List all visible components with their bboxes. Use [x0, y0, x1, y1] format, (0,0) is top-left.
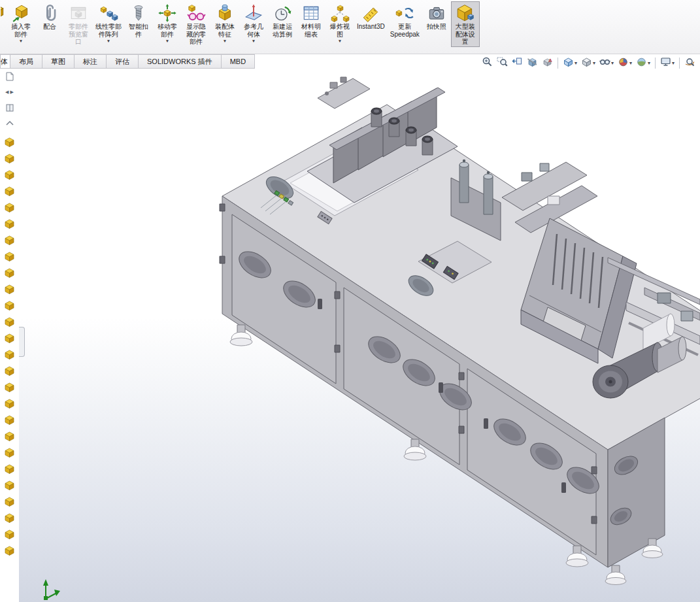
assembly-component-icon[interactable] [4, 431, 15, 442]
apply-scene-button[interactable]: ▾ [635, 56, 652, 71]
assembly-component-icon[interactable] [4, 463, 15, 475]
bill-of-materials-button[interactable]: 材料明细表 [297, 1, 325, 39]
display-style-icon [581, 56, 592, 70]
assembly-component-icon[interactable] [4, 284, 15, 295]
assembly-component-icon[interactable] [4, 137, 15, 148]
move-component-icon [158, 3, 177, 23]
new-motion-study-button[interactable]: 新建运动算例 [268, 1, 297, 39]
button-label: 爆炸视 [330, 23, 350, 31]
assembly-component-icon[interactable] [4, 512, 15, 524]
assembly-component-icon[interactable] [4, 267, 15, 278]
assembly-component-icon[interactable] [4, 218, 15, 229]
dropdown-arrow-icon: ▼ [252, 39, 256, 44]
tab-mbd[interactable]: MBD [222, 54, 255, 69]
assembly-component-icon[interactable] [4, 235, 15, 246]
assembly-component-icon[interactable] [4, 333, 15, 344]
tab-assembly[interactable]: 装配体 [0, 54, 10, 69]
button-label: Speedpak [390, 31, 420, 39]
featuremanager-document-icon[interactable] [0, 69, 19, 84]
command-manager: 插入零部件▼配合零部件预览窗口线性零部件阵列▼智能扣件移动零部件▼显示隐藏的零部… [0, 0, 700, 54]
instant3d-button[interactable]: Instant3D [354, 1, 388, 32]
assembly-component-icon[interactable] [4, 414, 15, 426]
tab-label: 评估 [115, 57, 129, 67]
instant3d-icon [361, 3, 380, 23]
view-orientation-icon [563, 56, 574, 70]
button-label: 预览窗 [69, 31, 88, 39]
assembly-component-icon[interactable] [4, 545, 15, 556]
large-assembly-settings-button[interactable]: 大型装配体设置 [451, 1, 480, 47]
button-label: 智能扣 [129, 23, 148, 31]
tab-layout[interactable]: 布局 [10, 54, 42, 69]
section-view-icon [527, 56, 538, 70]
assembly-component-icon[interactable] [4, 365, 15, 376]
linear-component-pattern-button[interactable]: 线性零部件阵列▼ [93, 1, 124, 45]
zoom-to-fit-button[interactable] [480, 56, 494, 71]
show-hidden-components-button[interactable]: 显示隐藏的零部件 [182, 1, 210, 47]
exploded-view-button[interactable]: 爆炸视图▼ [325, 1, 354, 45]
assembly-component-icon[interactable] [4, 480, 15, 491]
assembly-component-icon[interactable] [4, 300, 15, 311]
button-label: 移动零 [158, 23, 177, 31]
previous-view-button[interactable] [510, 56, 524, 71]
tab-label: 草图 [51, 57, 65, 67]
update-speedpak-button[interactable]: 更新Speedpak [388, 1, 422, 39]
button-label: 何体 [247, 31, 260, 39]
assembly-component-icon[interactable] [4, 251, 15, 262]
assembly-component-icon[interactable] [4, 529, 15, 540]
move-component-button[interactable]: 移动零部件▼ [153, 1, 182, 45]
zoom-to-area-button[interactable] [495, 56, 509, 71]
featuremanager-splitter-handle[interactable] [19, 327, 25, 357]
mate-icon [40, 3, 59, 23]
tab-label: 装配体 [0, 57, 8, 67]
button-label: 配合 [43, 23, 56, 31]
dropdown-arrow-icon: ▼ [107, 39, 110, 44]
tab-evaluate[interactable]: 评估 [107, 54, 139, 69]
assembly-features-button[interactable]: 装配体特征▼ [210, 1, 239, 45]
view-settings-button[interactable]: ▾ [659, 56, 676, 71]
dropdown-arrow-icon: ▾ [648, 60, 650, 66]
assembly-component-icon[interactable] [4, 447, 15, 458]
toolbar-separator [679, 58, 680, 69]
section-view-button[interactable] [525, 56, 539, 71]
assembly-component-icon[interactable] [4, 349, 15, 360]
hide-show-items-button[interactable]: ▾ [598, 56, 615, 71]
toolbar-partial-button[interactable] [0, 1, 7, 24]
assembly-component-icon[interactable] [4, 186, 15, 197]
collapse-chevron-icon[interactable] [0, 116, 19, 131]
button-label: 新建运 [273, 23, 292, 31]
edit-appearance-button[interactable]: ▾ [616, 56, 633, 71]
tab-solidworks-addins[interactable]: SOLIDWORKS 插件 [139, 54, 222, 69]
assembly-component-icon[interactable] [4, 169, 15, 180]
assembly-component-icon[interactable] [4, 382, 15, 393]
assembly-component-icon[interactable] [4, 202, 15, 213]
dynamic-annotation-views-button[interactable]: A [541, 56, 554, 71]
tab-sketch[interactable]: 草图 [42, 54, 75, 69]
display-style-button[interactable]: ▾ [580, 56, 597, 71]
update-speedpak-icon [395, 3, 414, 23]
button-label: 线性零部 [95, 23, 122, 31]
view-orientation-button[interactable]: ▾ [561, 56, 578, 71]
tab-label: 标注 [83, 57, 97, 67]
button-label: 部件 [14, 31, 27, 39]
assembly-component-icon[interactable] [4, 316, 15, 327]
assembly-component-icon[interactable] [4, 398, 15, 409]
svg-text:A: A [548, 57, 552, 63]
tab-markup[interactable]: 标注 [75, 54, 107, 69]
insert-component-button[interactable]: 插入零部件▼ [7, 1, 35, 45]
mate-button[interactable]: 配合 [35, 1, 64, 32]
assembly-component-icon[interactable] [4, 153, 15, 164]
show-hidden-components-icon [186, 3, 206, 23]
button-label: 部件 [190, 38, 203, 46]
button-label: 部件 [161, 31, 174, 39]
rotate-view-button[interactable] [683, 56, 697, 71]
smart-fasteners-button[interactable]: 智能扣件 [124, 1, 153, 39]
assembly-component-icon[interactable] [4, 496, 15, 507]
toolbar-separator [558, 58, 558, 69]
display-pane-icon[interactable] [0, 100, 19, 116]
heads-up-toolbar: A▾▾▾▾▾▾ [480, 56, 697, 70]
featuremanager-flyout-arrows[interactable]: ◀ ▶ [0, 84, 19, 100]
reference-geometry-button[interactable]: 参考几何体▼ [239, 1, 268, 45]
rotate-view-icon [684, 56, 695, 70]
graphics-viewport[interactable] [0, 54, 700, 602]
take-snapshot-button[interactable]: 拍快照 [422, 1, 451, 32]
